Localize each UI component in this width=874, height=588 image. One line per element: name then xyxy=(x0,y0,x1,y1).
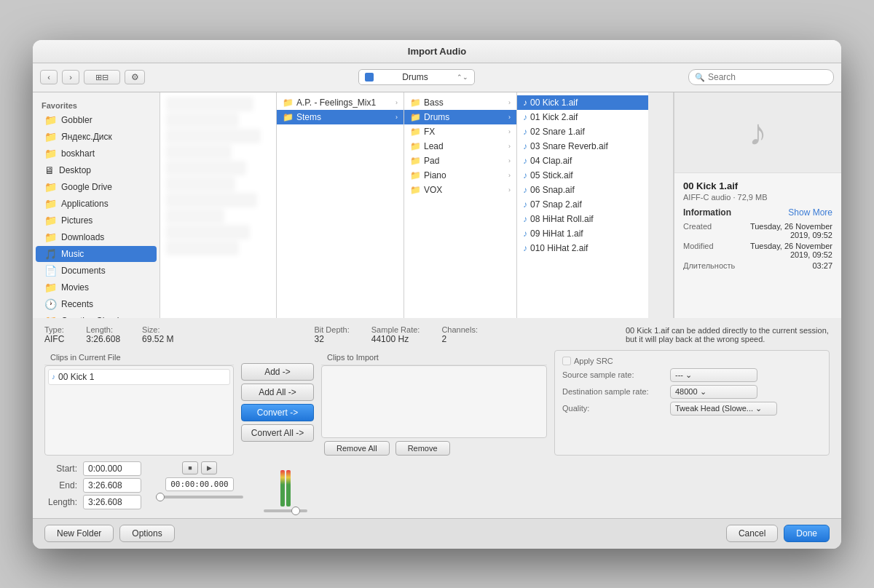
apply-src-label[interactable]: Apply SRC xyxy=(562,357,664,365)
src-apply-row: Apply SRC xyxy=(562,357,822,365)
sidebar: Favorites 📁 Gobbler 📁 Яндекс.Диск 📁 bosk… xyxy=(33,92,160,318)
chevron-right-icon: › xyxy=(508,128,511,135)
scrub-slider[interactable] xyxy=(156,496,243,498)
recents-icon: 🕐 xyxy=(44,298,57,310)
movies-icon: 📁 xyxy=(44,282,57,293)
clips-import-panel: Clips to Import Remove All Remove xyxy=(321,350,547,456)
audio-file-icon: ♪ xyxy=(523,112,527,122)
sidebar-item-recents[interactable]: 🕐 Recents xyxy=(36,296,157,312)
convert-button[interactable]: Convert -> xyxy=(241,404,314,421)
sidebar-item-documents[interactable]: 📄 Documents xyxy=(36,263,157,279)
sidebar-item-applications[interactable]: 📁 Applications xyxy=(36,196,157,212)
meta-bitdepth: Bit Depth: 32 xyxy=(314,325,349,344)
preview-image-area: ♪ xyxy=(674,92,841,172)
folder-icon: 📁 xyxy=(410,185,421,195)
meta-type: Type: AIFC xyxy=(44,325,64,344)
main-content: Favorites 📁 Gobbler 📁 Яндекс.Диск 📁 bosk… xyxy=(33,92,841,318)
location-dropdown[interactable]: Drums ⌃⌄ xyxy=(358,69,475,85)
folder-icon: 📁 xyxy=(44,131,57,143)
preview-format: AIFF-C audio · 72,9 MB xyxy=(683,193,832,202)
forward-button[interactable]: › xyxy=(62,70,79,84)
file-item-drums[interactable]: 📁 Drums › xyxy=(404,110,516,124)
options-button[interactable]: Options xyxy=(119,525,174,542)
apply-src-checkbox[interactable] xyxy=(562,357,571,365)
view-toggle-button[interactable]: ⊞⊟ xyxy=(84,70,120,84)
remove-buttons: Remove All Remove xyxy=(321,441,547,456)
back-button[interactable]: ‹ xyxy=(40,70,58,84)
action-button[interactable]: ⚙ xyxy=(125,70,145,84)
file-item-02snare1[interactable]: ♪ 02 Snare 1.aif xyxy=(517,124,648,139)
start-value[interactable]: 0:00.000 xyxy=(83,461,141,476)
file-item-pad[interactable]: 📁 Pad › xyxy=(404,154,516,168)
folder-icon: 📁 xyxy=(283,112,294,122)
file-item-stems[interactable]: 📁 Stems › xyxy=(277,110,403,124)
length-value[interactable]: 3:26.608 xyxy=(83,495,141,509)
done-button[interactable]: Done xyxy=(784,525,830,542)
stop-button[interactable]: ■ xyxy=(182,461,198,474)
warning-text: 00 Kick 1.aif can be added directly to t… xyxy=(626,326,830,343)
file-item-09hihat1[interactable]: ♪ 09 HiHat 1.aif xyxy=(517,226,648,241)
file-item-06snap[interactable]: ♪ 06 Snap.aif xyxy=(517,183,648,197)
cancel-button[interactable]: Cancel xyxy=(726,525,778,542)
sidebar-item-boskhart[interactable]: 📁 boskhart xyxy=(36,146,157,162)
remove-all-button[interactable]: Remove All xyxy=(324,441,390,456)
folder-icon: 📁 xyxy=(44,114,57,126)
search-input[interactable] xyxy=(708,72,827,82)
file-column-2: 📁 Bass › 📁 Drums › 📁 FX › 📁 Lead xyxy=(404,92,517,318)
sidebar-item-pictures[interactable]: 📁 Pictures xyxy=(36,212,157,229)
file-item-05stick[interactable]: ♪ 05 Stick.aif xyxy=(517,168,648,183)
clips-area: Clips in Current File ♪ 00 Kick 1 Add ->… xyxy=(44,350,830,456)
sidebar-item-downloads[interactable]: 📁 Downloads xyxy=(36,229,157,245)
quality-dropdown[interactable]: Tweak Head (Slowe... ⌄ xyxy=(670,402,777,416)
file-item-01kick2[interactable]: ♪ 01 Kick 2.aif xyxy=(517,110,648,124)
audio-file-icon: ♪ xyxy=(523,141,527,151)
play-button[interactable]: ▶ xyxy=(201,461,217,474)
sidebar-item-gobbler[interactable]: 📁 Gobbler xyxy=(36,112,157,128)
sidebar-item-movies[interactable]: 📁 Movies xyxy=(36,279,157,295)
folder-icon: 📁 xyxy=(410,156,421,166)
convert-all-button[interactable]: Convert All -> xyxy=(241,424,314,442)
file-item-vox[interactable]: 📁 VOX › xyxy=(404,183,516,197)
dest-rate-dropdown[interactable]: 48000 ⌄ xyxy=(670,385,757,399)
file-item-bass[interactable]: 📁 Bass › xyxy=(404,95,516,110)
file-item-08hihatroll[interactable]: ♪ 08 HiHat Roll.aif xyxy=(517,212,648,226)
file-item-07snap2[interactable]: ♪ 07 Snap 2.aif xyxy=(517,197,648,212)
end-value[interactable]: 3:26.608 xyxy=(83,478,141,493)
sidebar-item-google-drive[interactable]: 📁 Google Drive xyxy=(36,179,157,195)
remove-button[interactable]: Remove xyxy=(395,441,450,456)
file-column-3: ♪ 00 Kick 1.aif ♪ 01 Kick 2.aif ♪ 02 Sna… xyxy=(517,92,648,318)
meta-length: Length: 3:26.608 xyxy=(86,325,120,344)
clips-current-header: Clips in Current File xyxy=(44,350,234,365)
audio-file-icon: ♪ xyxy=(523,243,527,253)
add-button[interactable]: Add -> xyxy=(241,363,314,381)
audio-file-icon: ♪ xyxy=(523,170,527,180)
file-item-ap-feelings[interactable]: 📁 A.P. - Feelings_Mix1 › xyxy=(277,95,403,110)
clips-current-list: ♪ 00 Kick 1 xyxy=(44,365,234,456)
clip-item-00kick1[interactable]: ♪ 00 Kick 1 xyxy=(48,369,230,385)
info-header: Information Show More xyxy=(683,207,832,218)
file-item-010hihat2[interactable]: ♪ 010 HiHat 2.aif xyxy=(517,241,648,255)
sidebar-item-creative-cloud[interactable]: 📁 Creative Cloud... xyxy=(36,313,157,318)
show-more-button[interactable]: Show More xyxy=(788,207,832,218)
source-rate-dropdown[interactable]: --- ⌄ xyxy=(670,368,757,382)
bottom-area: Type: AIFC Length: 3:26.608 Size: 69.52 … xyxy=(33,318,841,512)
sidebar-item-yandex[interactable]: 📁 Яндекс.Диск xyxy=(36,129,157,145)
file-item-04clap[interactable]: ♪ 04 Clap.aif xyxy=(517,154,648,168)
chevron-right-icon: › xyxy=(508,99,511,106)
clip-icon: ♪ xyxy=(52,373,55,381)
file-item-piano[interactable]: 📁 Piano › xyxy=(404,168,516,183)
search-box[interactable]: 🔍 xyxy=(688,69,834,85)
add-all-button[interactable]: Add All -> xyxy=(241,384,314,401)
file-item-fx[interactable]: 📁 FX › xyxy=(404,124,516,139)
volume-slider[interactable] xyxy=(264,509,307,512)
sidebar-item-desktop[interactable]: 🖥 Desktop xyxy=(36,162,157,178)
sidebar-item-music[interactable]: 🎵 Music xyxy=(36,246,157,262)
file-item-lead[interactable]: 📁 Lead › xyxy=(404,139,516,154)
sidebar-section-favorites: Favorites xyxy=(33,98,160,111)
volume-control xyxy=(258,461,313,512)
file-item-03snarereverb[interactable]: ♪ 03 Snare Reverb.aif xyxy=(517,139,648,154)
file-item-00kick1[interactable]: ♪ 00 Kick 1.aif xyxy=(517,95,648,110)
new-folder-button[interactable]: New Folder xyxy=(44,525,114,542)
downloads-icon: 📁 xyxy=(44,231,57,243)
timecode-display: 00:00:00.000 xyxy=(165,477,233,491)
